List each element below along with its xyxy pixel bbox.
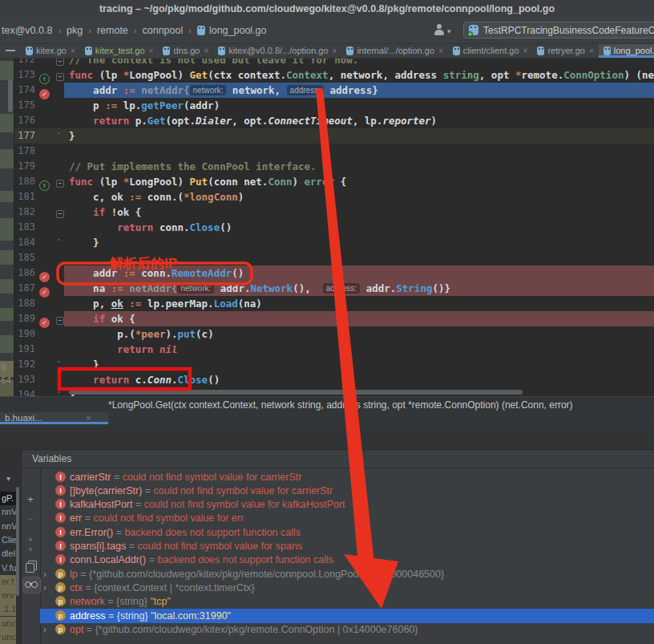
tab-kitex.go[interactable]: kitex.go× (21, 43, 80, 58)
variable-type: {string} (116, 596, 150, 607)
fold-marker[interactable]: − (56, 317, 64, 325)
add-watch-button[interactable]: + (21, 493, 40, 505)
move-down-button[interactable]: ▼ (21, 546, 40, 553)
variable-row-kafkaHostPort[interactable]: !kafkaHostPort = could not find symbol v… (40, 497, 654, 512)
tab-kitex_test.go[interactable]: kitex_test.go× (80, 43, 159, 58)
tab-client/client.go[interactable]: client/client.go× (448, 43, 533, 58)
variable-name: []byte(carrierStr) (70, 485, 142, 496)
expand-chevron-icon[interactable]: › (43, 567, 46, 581)
parameter-icon: p (55, 610, 66, 621)
breadcrumb-item[interactable]: remote (97, 25, 128, 36)
fold-marker[interactable]: − (56, 58, 64, 66)
frame-row[interactable]: gP. (0, 492, 16, 505)
run-configuration[interactable]: TestRPCTracingBusinessCodeFeatureOff in … (463, 22, 654, 38)
ide-window: tracing – ~/go/pkg/mod/github.com/cloudw… (0, 0, 654, 644)
remove-watch-button[interactable]: − (21, 514, 40, 524)
variable-type: {*github.com/cloudwego/kitex/pkg/remote/… (89, 569, 444, 580)
fold-marker[interactable]: − (56, 73, 64, 81)
frame-row[interactable]: .1.1 (0, 602, 16, 616)
error-icon: ! (55, 527, 66, 537)
minimap-block (0, 308, 14, 321)
breadcrumb-file[interactable]: long_pool.go (209, 25, 267, 36)
expand-chevron-icon[interactable]: › (43, 622, 46, 637)
frame-row[interactable]: Clie (0, 533, 16, 547)
variable-row-ctx[interactable]: ›pctx = {context.Context | *context.time… (40, 581, 654, 595)
tab-close-icon[interactable]: × (523, 47, 528, 55)
scrollbar-thumb[interactable] (8, 76, 13, 112)
code-line-183: 183 return conn.Close() (0, 220, 654, 235)
breadcrumb-item[interactable]: pkg (67, 25, 83, 36)
breadcrumb-separator: › (88, 26, 91, 35)
fold-end-marker[interactable]: ˆ (56, 238, 62, 249)
variable-row-conn.LocalAddr()[interactable]: !conn.LocalAddr() = backend does not sup… (40, 553, 654, 567)
go-file-icon (537, 47, 544, 55)
breadcrumb-item[interactable]: connpool (143, 25, 184, 36)
variable-row-[]byte(carrierStr)[interactable]: ![]byte(carrierStr) = could not find sym… (40, 484, 654, 498)
fold-end-marker[interactable]: ˆ (56, 132, 62, 142)
tab-long_pool.go[interactable]: long_pool.go (599, 43, 654, 58)
code-text: } (69, 235, 654, 250)
go-file-icon (218, 47, 225, 55)
frame-row[interactable]: unc (0, 630, 16, 644)
chevron-down-icon[interactable]: ▾ (447, 27, 451, 35)
copy-icon[interactable] (26, 563, 34, 573)
variable-text: []byte(carrierStr) = could not find symb… (70, 484, 333, 498)
fold-marker[interactable]: − (56, 210, 64, 218)
fold-marker[interactable]: − (56, 180, 64, 188)
debug-session-tab[interactable]: b.huaxi... × (0, 412, 108, 424)
move-up-button[interactable]: ▲ (21, 535, 40, 542)
tab-internal/.../option.go[interactable]: internal/.../option.go× (341, 43, 447, 58)
tab-close-icon[interactable]: × (438, 47, 443, 55)
frame-row[interactable]: dlel (0, 547, 16, 561)
minimap-block (0, 191, 14, 202)
horizontal-scrollbar[interactable] (69, 390, 523, 395)
variable-row-lp[interactable]: ›plp = {*github.com/cloudwego/kitex/pkg/… (40, 567, 654, 581)
error-icon: ! (55, 499, 66, 509)
tab-close-icon[interactable]: × (71, 47, 75, 55)
variable-row-network[interactable]: pnetwork = {string} "tcp" (40, 594, 654, 609)
parameter-icon: p (55, 596, 66, 606)
frame-row[interactable]: nnV (0, 520, 16, 533)
variable-text: lp = {*github.com/cloudwego/kitex/pkg/re… (70, 567, 444, 581)
expand-chevron-icon[interactable]: › (43, 581, 46, 595)
tab-retryer.go[interactable]: retryer.go× (532, 43, 598, 58)
breadcrumb-bar: tex@v0.0.8›pkg›remote›connpool›long_pool… (0, 18, 654, 44)
tab-dns.go[interactable]: dns.go× (158, 43, 213, 58)
code-text: if ok { (69, 311, 654, 326)
hide-tabs-icon[interactable] (6, 50, 15, 51)
variable-row-opt[interactable]: ›popt = {*github.com/cloudwego/kitex/pkg… (40, 622, 654, 637)
frames-list-edge[interactable]: ▾ gP.nnVnnVCliedlelV.fuer.ferv.1.1uncunc (0, 450, 22, 644)
thread-dropdown-icon[interactable]: ▾ (6, 474, 10, 483)
clipped-line-number: 64 (1, 375, 11, 386)
tab-close-icon[interactable]: × (589, 47, 594, 55)
frame-row[interactable]: nnV (0, 505, 16, 519)
frames-scrollbar[interactable] (16, 487, 19, 596)
frame-row[interactable]: erv (0, 589, 16, 602)
code-text: p := lp.getPeer(addr) (69, 98, 654, 113)
tab-close-icon[interactable]: × (333, 47, 337, 55)
variable-name: opt (70, 624, 83, 635)
code-text: return conn.Close() (69, 220, 654, 235)
variable-row-err.Error()[interactable]: !err.Error() = backend does not support … (40, 525, 654, 540)
breadcrumb-item[interactable]: tex@v0.0.8 (2, 25, 52, 36)
close-icon[interactable]: × (86, 412, 91, 424)
frame-row[interactable]: unc (0, 617, 16, 630)
code-line-179: 179// Put implements the ConnPool interf… (0, 159, 654, 174)
variable-name: conn.LocalAddr() (70, 554, 146, 565)
variables-tree[interactable]: !carrierStr = could not find symbol valu… (40, 468, 654, 644)
tab-close-icon[interactable]: × (204, 47, 208, 55)
code-line-191: 191 return nil (0, 342, 654, 357)
fold-end-marker[interactable]: ˆ (56, 360, 62, 371)
tab-kitex@v0.0.8/.../option.go[interactable]: kitex@v0.0.8/.../option.go× (213, 43, 341, 58)
variable-row-spans[i].tags[interactable]: !spans[i].tags = could not find symbol v… (40, 539, 654, 553)
background-editor-strip: 064 (0, 58, 14, 412)
variable-row-carrierStr[interactable]: !carrierStr = could not find symbol valu… (40, 470, 654, 484)
code-line-193: 193 return c.Conn.Close() (0, 372, 654, 387)
frame-row[interactable]: V.fu (0, 561, 16, 575)
variable-row-err[interactable]: !err = could not find symbol value for e… (40, 511, 654, 525)
frame-row[interactable]: er.f (0, 575, 16, 589)
variable-row-address[interactable]: paddress = {string} "local.com:31990" (40, 609, 654, 623)
window-title: tracing – ~/go/pkg/mod/github.com/cloudw… (0, 0, 654, 18)
tab-close-icon[interactable]: × (149, 47, 154, 55)
user-profile-icon[interactable] (434, 24, 445, 35)
